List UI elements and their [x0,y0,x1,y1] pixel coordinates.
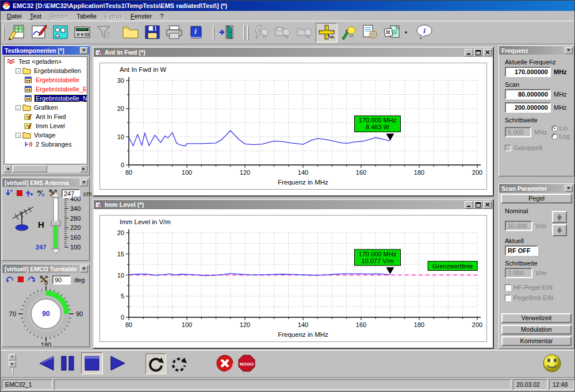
toolbar-grip[interactable] [3,25,5,40]
controlbar-expand-button[interactable]: ▸ [9,361,16,367]
test-options-button[interactable] [359,23,381,43]
tree-horizontal-scrollbar[interactable]: ◄ ► [4,165,87,172]
play-button[interactable] [109,355,128,373]
testkomponenten-close-button[interactable]: × [80,47,88,54]
pegel-section-button[interactable]: Pegel [501,194,572,203]
random-test-button[interactable] [381,23,403,43]
toolbar-grip[interactable] [247,25,249,40]
tree-item[interactable]: -Ergebnistabellen [5,66,87,75]
menu-extras[interactable]: Extras [101,12,126,20]
emco-turntable-close-button[interactable]: × [80,266,88,272]
tree-item[interactable]: Ergebnistabelle_Einze [5,84,87,94]
controlbar-grip[interactable] [12,368,14,375]
tree-item[interactable]: -Vorlage [5,130,87,140]
exit-button[interactable] [216,23,237,43]
tree-item[interactable]: 2 Subranges [5,140,87,149]
level-down-button[interactable] [552,224,567,236]
measurement-tool-button[interactable] [316,23,338,43]
tree-item-label[interactable]: Vorlage [33,132,56,139]
tree-expander[interactable]: - [16,68,21,74]
tree-expander[interactable]: - [16,105,21,110]
imm-level-chart[interactable]: 8010012014016018020005101520Imm Level in… [100,216,485,341]
tree-item-label[interactable]: Ergebnistabelle_NOG [34,95,87,102]
print-button[interactable] [163,23,185,43]
antenna-lower-button[interactable] [6,189,13,198]
step-back-button[interactable] [36,355,56,373]
frequenz-titlebar[interactable]: Frequenz × [499,46,574,55]
menu-[interactable]: ? [156,12,167,20]
toolbar-grip[interactable] [213,25,214,40]
abort-button[interactable] [216,354,234,374]
tree-item-label[interactable]: Ant In Fwd [34,113,67,120]
tree-item-label[interactable]: Ergebnistabelle [34,76,80,83]
help-book-button[interactable]: i [185,23,207,43]
scan-parameter-close-button[interactable]: × [565,185,573,192]
new-test-table-button[interactable] [6,23,28,43]
tree-item-label[interactable]: Test <geladen> [17,58,63,65]
toolbar-grip[interactable] [243,25,245,40]
scroll-thumb[interactable] [13,165,47,172]
emco-turntable-titlebar[interactable]: [virtuell] EMCO Turntable × [2,264,89,273]
scroll-right-button[interactable]: ► [80,165,87,172]
minimize-button[interactable] [465,49,473,56]
ant-in-fwd-chart[interactable]: 801001201401601802000102030Ant In Fwd in… [100,63,485,189]
scan-stop-input[interactable] [505,102,551,113]
menu-test[interactable]: Test [26,12,45,20]
tree-item[interactable]: Ant In Fwd [5,112,87,121]
close-button[interactable] [483,49,492,56]
new-graphic-button[interactable] [28,23,49,43]
antenna-stop-button[interactable] [17,190,22,197]
nogo-button[interactable]: NOGO [237,354,256,374]
menu-report[interactable]: Report [45,12,72,20]
scroll-left-button[interactable]: ◄ [4,165,12,172]
kommentar-button[interactable]: Kommentar [501,336,572,346]
filter-button[interactable] [93,23,115,43]
random-test-dropdown-caret[interactable]: ▾ [403,23,409,43]
menu-fenster[interactable]: Fenster [126,12,156,20]
ant-in-fwd-titlebar[interactable]: Ant In Fwd (*) [94,48,493,57]
pause-button[interactable] [60,355,75,373]
polarization-toggle-button[interactable]: HV [37,189,45,198]
maximize-button[interactable] [474,201,482,209]
new-components-button[interactable] [49,23,71,43]
imm-level-titlebar[interactable]: Imm Level (*) [94,200,493,209]
close-button[interactable] [483,201,492,209]
tree-item[interactable]: Ergebnistabelle_NOG [5,94,87,103]
antenna-raise-button[interactable] [26,189,33,198]
tree-item[interactable]: -Grafiken [5,103,87,112]
loop-button[interactable] [168,353,189,374]
measure-run-button[interactable] [250,23,272,43]
tree-item-label[interactable]: Imm Level [34,122,66,129]
testkomponenten-titlebar[interactable]: Testkomponenten [*] × [2,46,89,55]
stop-button[interactable] [81,352,103,374]
tree-item-label[interactable]: Ergebnistabelle_Einze [34,86,87,93]
scan-start-input[interactable] [505,89,551,99]
open-folder-button[interactable] [120,23,141,43]
repeat-button[interactable] [145,353,166,374]
tree-item-label[interactable]: Ergebnistabellen [33,67,82,74]
tree-item[interactable]: Imm Level [5,121,87,130]
maximize-button[interactable] [474,49,482,56]
interactive-measure-button[interactable] [338,23,359,43]
measure-open-button[interactable] [294,23,316,43]
ems-antenna-titlebar[interactable]: [virtuell] EMS Antenna × [2,178,89,187]
menu-tabelle[interactable]: Tabelle [72,12,101,20]
level-up-button[interactable] [552,211,567,223]
modulation-button[interactable]: Modulation [501,325,572,335]
tree-expander[interactable]: - [16,133,21,138]
ems-antenna-close-button[interactable]: × [80,179,88,186]
menu-datei[interactable]: Datei [3,12,26,20]
aktuelle-frequenz-input[interactable] [505,67,551,77]
frequenz-close-button[interactable]: × [565,47,573,54]
new-device-button[interactable] [71,23,93,43]
tree-item[interactable]: Test <geladen> [5,57,87,66]
verweilzeit-button[interactable]: Verweilzeit [501,313,572,323]
antenna-height-slider[interactable]: 400340280220160100 [49,191,89,259]
scan-parameter-titlebar[interactable]: Scan Parameter × [499,184,574,193]
info-bubble-button[interactable]: i [413,23,435,43]
measure-save-button[interactable] [272,23,294,43]
minimize-button[interactable] [465,201,473,209]
tree-item[interactable]: Ergebnistabelle [5,75,87,84]
controlbar-close-button[interactable]: × [9,354,16,360]
tree-item-label[interactable]: Grafiken [33,104,59,111]
